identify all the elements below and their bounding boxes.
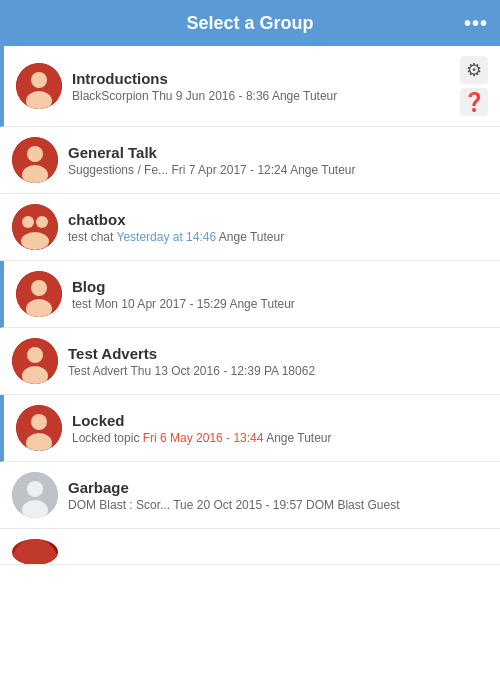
svg-point-11	[31, 280, 47, 296]
group-meta-test-adverts: Test Advert Thu 13 Oct 2016 - 12:39 PA 1…	[68, 364, 488, 378]
svg-point-17	[31, 414, 47, 430]
svg-point-14	[27, 347, 43, 363]
menu-button[interactable]: •••	[464, 12, 488, 35]
group-name-locked: Locked	[72, 412, 488, 429]
group-info-garbage: Garbage DOM Blast : Scor... Tue 20 Oct 2…	[68, 479, 488, 512]
meta-suffix-locked: Ange Tuteur	[263, 431, 331, 445]
svg-point-20	[27, 481, 43, 497]
svg-point-22	[12, 539, 58, 565]
group-meta-introductions: BlackScorpion Thu 9 Jun 2016 - 8:36 Ange…	[72, 89, 452, 103]
header-title: Select a Group	[186, 13, 313, 34]
group-name-introductions: Introductions	[72, 70, 452, 87]
avatar-locked	[16, 405, 62, 451]
group-list: Introductions BlackScorpion Thu 9 Jun 20…	[0, 46, 500, 675]
help-icon[interactable]: ❓	[460, 88, 488, 116]
group-item-partial[interactable]	[0, 529, 500, 565]
avatar-partial	[12, 539, 58, 565]
item-icons-introductions: ⚙ ❓	[460, 56, 488, 116]
header: Select a Group •••	[0, 0, 500, 46]
group-item-locked[interactable]: Locked Locked topic Fri 6 May 2016 - 13:…	[0, 395, 500, 462]
group-info-introductions: Introductions BlackScorpion Thu 9 Jun 20…	[72, 70, 452, 103]
meta-suffix-chatbox: Ange Tuteur	[216, 230, 284, 244]
group-item-test-adverts[interactable]: Test Adverts Test Advert Thu 13 Oct 2016…	[0, 328, 500, 395]
svg-point-8	[36, 216, 48, 228]
group-info-blog: Blog test Mon 10 Apr 2017 - 15:29 Ange T…	[72, 278, 488, 311]
svg-point-9	[21, 232, 49, 250]
avatar-chatbox	[12, 204, 58, 250]
group-meta-general-talk: Suggestions / Fe... Fri 7 Apr 2017 - 12:…	[68, 163, 488, 177]
avatar-general-talk	[12, 137, 58, 183]
group-name-garbage: Garbage	[68, 479, 488, 496]
meta-prefix-locked: Locked topic	[72, 431, 143, 445]
group-meta-blog: test Mon 10 Apr 2017 - 15:29 Ange Tuteur	[72, 297, 488, 311]
svg-point-4	[27, 146, 43, 162]
meta-highlight-chatbox: Yesterday at 14:46	[116, 230, 216, 244]
group-meta-locked: Locked topic Fri 6 May 2016 - 13:44 Ange…	[72, 431, 488, 445]
group-info-test-adverts: Test Adverts Test Advert Thu 13 Oct 2016…	[68, 345, 488, 378]
group-item-introductions[interactable]: Introductions BlackScorpion Thu 9 Jun 20…	[0, 46, 500, 127]
group-info-general-talk: General Talk Suggestions / Fe... Fri 7 A…	[68, 144, 488, 177]
gear-icon[interactable]: ⚙	[460, 56, 488, 84]
avatar-blog	[16, 271, 62, 317]
group-name-test-adverts: Test Adverts	[68, 345, 488, 362]
group-info-locked: Locked Locked topic Fri 6 May 2016 - 13:…	[72, 412, 488, 445]
svg-point-7	[22, 216, 34, 228]
avatar-test-adverts	[12, 338, 58, 384]
meta-highlight-locked: Fri 6 May 2016 - 13:44	[143, 431, 264, 445]
group-item-general-talk[interactable]: General Talk Suggestions / Fe... Fri 7 A…	[0, 127, 500, 194]
group-name-chatbox: chatbox	[68, 211, 488, 228]
group-info-chatbox: chatbox test chat Yesterday at 14:46 Ang…	[68, 211, 488, 244]
svg-point-1	[31, 72, 47, 88]
group-name-general-talk: General Talk	[68, 144, 488, 161]
group-item-garbage[interactable]: Garbage DOM Blast : Scor... Tue 20 Oct 2…	[0, 462, 500, 529]
meta-prefix-chatbox: test chat	[68, 230, 116, 244]
group-name-blog: Blog	[72, 278, 488, 295]
group-item-blog[interactable]: Blog test Mon 10 Apr 2017 - 15:29 Ange T…	[0, 261, 500, 328]
avatar-introductions	[16, 63, 62, 109]
avatar-garbage	[12, 472, 58, 518]
group-meta-chatbox: test chat Yesterday at 14:46 Ange Tuteur	[68, 230, 488, 244]
group-meta-garbage: DOM Blast : Scor... Tue 20 Oct 2015 - 19…	[68, 498, 488, 512]
group-item-chatbox[interactable]: chatbox test chat Yesterday at 14:46 Ang…	[0, 194, 500, 261]
